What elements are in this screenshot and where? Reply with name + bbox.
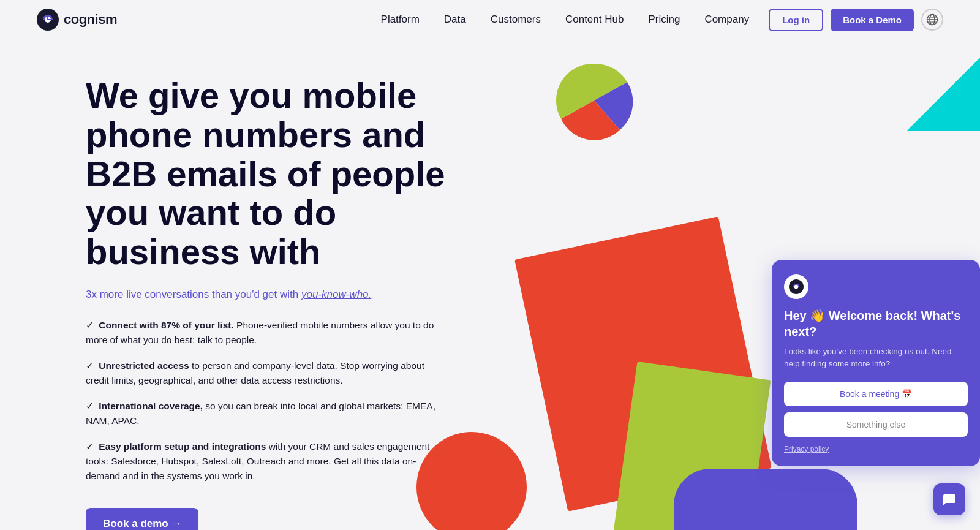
checkmark-4: ✓ — [86, 441, 94, 452]
main-content: We give you mobile phone numbers and B2B… — [0, 39, 980, 530]
hero-subtitle-italic: you-know-who. — [301, 289, 371, 300]
navbar: cognism Platform Data Customers Content … — [0, 0, 980, 39]
chat-something-else-button[interactable]: Something else — [784, 412, 968, 437]
pie-chart-decoration — [551, 58, 637, 143]
hero-title: We give you mobile phone numbers and B2B… — [86, 76, 466, 271]
feature-item-3: ✓ International coverage, so you can bre… — [86, 399, 441, 428]
chat-widget: Hey 👋 Welcome back! What's next? Looks l… — [772, 260, 980, 466]
feature-bold-3: International coverage, — [99, 401, 203, 411]
nav-actions: Log in Book a Demo — [769, 9, 943, 31]
nav-company[interactable]: Company — [704, 13, 749, 26]
chat-logo — [784, 274, 809, 299]
chat-subtitle: Looks like you've been checking us out. … — [784, 346, 968, 371]
triangle-decoration — [907, 58, 980, 131]
logo-icon — [37, 9, 59, 31]
nav-data[interactable]: Data — [444, 13, 466, 26]
chat-book-meeting-button[interactable]: Book a meeting 📅 — [784, 382, 968, 406]
chat-bubble-button[interactable] — [933, 483, 965, 515]
nav-links: Platform Data Customers Content Hub Pric… — [381, 13, 750, 26]
book-demo-hero-button[interactable]: Book a demo → — [86, 508, 198, 530]
feature-item-4: ✓ Easy platform setup and integrations w… — [86, 439, 441, 483]
svg-point-8 — [794, 285, 799, 289]
checkmark-2: ✓ — [86, 360, 94, 371]
hero-subtitle: 3x more live conversations than you'd ge… — [86, 289, 502, 301]
red-circle-decoration — [417, 432, 527, 530]
chat-logo-icon — [789, 279, 804, 294]
chat-bubble-icon — [942, 492, 957, 507]
feature-bold-1: Connect with 87% of your list. — [99, 320, 233, 330]
nav-platform[interactable]: Platform — [381, 13, 420, 26]
globe-icon — [926, 13, 938, 26]
book-demo-nav-button[interactable]: Book a Demo — [831, 9, 914, 31]
hero-right: Hey 👋 Welcome back! What's next? Looks l… — [502, 64, 943, 530]
hero-subtitle-text: 3x more live conversations than you'd ge… — [86, 289, 301, 300]
login-button[interactable]: Log in — [769, 9, 823, 31]
language-selector-button[interactable] — [921, 9, 943, 31]
feature-bold-2: Unrestricted access — [99, 360, 189, 371]
logo-text: cognism — [64, 12, 117, 28]
chat-title: Hey 👋 Welcome back! What's next? — [784, 308, 968, 339]
logo[interactable]: cognism — [37, 9, 117, 31]
checkmark-1: ✓ — [86, 320, 94, 330]
chat-privacy-link[interactable]: Privacy policy — [784, 445, 829, 453]
feature-item-1: ✓ Connect with 87% of your list. Phone-v… — [86, 318, 441, 347]
feature-bold-4: Easy platform setup and integrations — [99, 441, 266, 452]
nav-content-hub[interactable]: Content Hub — [565, 13, 624, 26]
purple-bottom-decoration — [674, 469, 858, 530]
nav-customers[interactable]: Customers — [491, 13, 541, 26]
feature-item-2: ✓ Unrestricted access to person and comp… — [86, 358, 441, 388]
nav-pricing[interactable]: Pricing — [648, 13, 680, 26]
checkmark-3: ✓ — [86, 401, 94, 411]
